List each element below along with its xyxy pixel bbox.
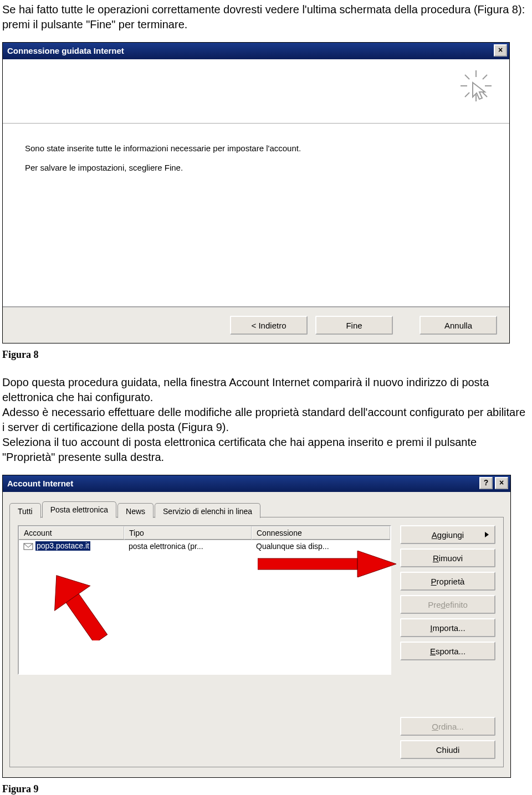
wizard-body: Sono state inserite tutte le informazion…	[3, 124, 509, 306]
figure-9-caption: Figura 9	[2, 783, 532, 795]
help-icon[interactable]: ?	[479, 477, 493, 489]
wizard-banner	[3, 59, 509, 124]
side-buttons: Aggiungi Rimuovi Proprietà Predefinito I…	[400, 525, 495, 759]
account-title: Account Internet	[7, 479, 73, 488]
account-list[interactable]: Account Tipo Connessione pop3.postace.it…	[18, 525, 391, 675]
tab-mail[interactable]: Posta elettronica	[42, 501, 116, 518]
mail-icon	[23, 542, 33, 550]
tab-panel: Account Tipo Connessione pop3.postace.it…	[9, 517, 504, 767]
default-button: Predefinito	[400, 595, 495, 614]
cursor-sparkle-icon	[459, 69, 493, 102]
close-icon[interactable]: ×	[495, 477, 508, 489]
back-button[interactable]: < Indietro	[230, 316, 308, 335]
col-tipo[interactable]: Tipo	[124, 526, 252, 540]
order-button: Ordina...	[400, 717, 495, 736]
tab-news[interactable]: News	[117, 503, 154, 518]
row-tipo: posta elettronica (pr...	[124, 541, 252, 552]
close-button[interactable]: Chiudi	[400, 740, 495, 759]
mid-paragraph-1: Dopo questa procedura guidata, nella fin…	[0, 375, 532, 405]
import-button[interactable]: Importa...	[400, 618, 495, 637]
wizard-text-1: Sono state inserite tutte le informazion…	[25, 143, 487, 153]
cancel-button[interactable]: Annulla	[420, 316, 497, 335]
wizard-button-bar: < Indietro Fine Annulla	[3, 307, 509, 343]
close-icon[interactable]: ×	[494, 44, 507, 57]
row-connessione: Qualunque sia disp...	[252, 541, 390, 552]
wizard-titlebar: Connessione guidata Internet ×	[3, 43, 509, 59]
tab-strip: Tutti Posta elettronica News Servizio di…	[9, 499, 504, 517]
col-account[interactable]: Account	[19, 526, 124, 540]
wizard-title: Connessione guidata Internet	[7, 46, 124, 55]
add-button[interactable]: Aggiungi	[400, 525, 495, 544]
row-account-name: pop3.postace.it	[35, 541, 90, 551]
finish-button[interactable]: Fine	[315, 316, 393, 335]
svg-line-6	[483, 75, 487, 79]
tab-directory[interactable]: Servizio di elenchi in linea	[155, 503, 260, 518]
figure-8-caption: Figura 8	[2, 349, 532, 361]
svg-line-7	[465, 93, 469, 97]
list-header: Account Tipo Connessione	[19, 526, 390, 540]
tab-all[interactable]: Tutti	[9, 503, 41, 518]
table-row[interactable]: pop3.postace.it posta elettronica (pr...…	[19, 540, 390, 552]
remove-button[interactable]: Rimuovi	[400, 548, 495, 567]
svg-line-5	[483, 93, 487, 97]
mid-paragraph-2: Adesso è necessario effettuare delle mod…	[0, 405, 532, 435]
account-titlebar: Account Internet ? ×	[3, 475, 510, 492]
properties-button[interactable]: Proprietà	[400, 572, 495, 591]
intro-paragraph: Se hai fatto tutte le operazioni corrett…	[0, 2, 532, 32]
mid-paragraph-3: Seleziona il tuo account di posta elettr…	[0, 435, 532, 465]
svg-line-4	[465, 75, 469, 79]
export-button[interactable]: Esporta...	[400, 642, 495, 660]
account-internet-dialog: Account Internet ? × Tutti Posta elettro…	[2, 475, 511, 778]
col-connessione[interactable]: Connessione	[252, 526, 390, 540]
wizard-dialog: Connessione guidata Internet ×	[2, 42, 510, 343]
wizard-text-2: Per salvare le impostazioni, scegliere F…	[25, 163, 487, 172]
chevron-right-icon	[485, 532, 489, 537]
